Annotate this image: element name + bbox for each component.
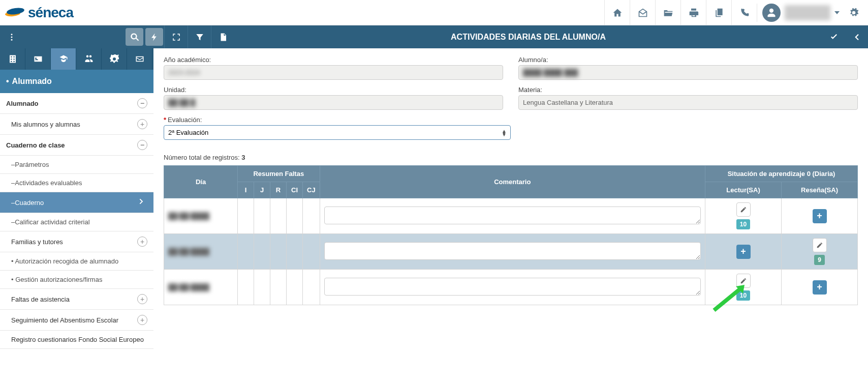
input-materia: Lengua Castellana y Literatura bbox=[518, 95, 858, 110]
sidebar-tab-gears[interactable] bbox=[102, 48, 127, 70]
nav-item-label: –Cuaderno bbox=[11, 199, 44, 207]
score-badge: 9 bbox=[814, 255, 825, 265]
collapse-icon[interactable]: − bbox=[137, 140, 147, 150]
select-evaluacion[interactable]: 2ª Evaluación bbox=[164, 125, 511, 140]
cell-falta bbox=[303, 234, 320, 270]
print-icon[interactable] bbox=[680, 0, 706, 25]
cell-day: ██/██/████ bbox=[164, 198, 238, 234]
nav-item-label: Familias y tutores bbox=[11, 238, 63, 246]
cell-falta bbox=[238, 198, 254, 234]
back-button[interactable] bbox=[845, 25, 868, 48]
user-name bbox=[785, 5, 830, 20]
label-unidad: Unidad: bbox=[164, 86, 503, 94]
search-button[interactable] bbox=[126, 28, 143, 46]
edit-button[interactable] bbox=[813, 238, 827, 252]
accept-button[interactable] bbox=[822, 25, 845, 48]
settings-icon[interactable] bbox=[845, 0, 863, 25]
sidebar-tab-users[interactable] bbox=[76, 48, 102, 70]
nav-item-label: Autorización recogida de alumnado bbox=[15, 257, 118, 265]
copy-icon[interactable] bbox=[706, 0, 731, 25]
fullscreen-icon[interactable] bbox=[165, 25, 188, 48]
expand-icon[interactable]: + bbox=[137, 294, 147, 304]
sidebar: Alumnado Alumnado − Mis alumnos y alumna… bbox=[0, 48, 153, 349]
cell-falta bbox=[254, 198, 270, 234]
nav-faltas[interactable]: Faltas de asistencia + bbox=[0, 289, 153, 310]
add-button[interactable]: + bbox=[813, 209, 827, 223]
comment-input[interactable] bbox=[324, 278, 701, 296]
cell-falta bbox=[303, 198, 320, 234]
th-r: R bbox=[270, 182, 287, 198]
cell-lectur: 10 bbox=[705, 198, 782, 234]
cell-day: ██/██/████ bbox=[164, 234, 238, 270]
table-row: ██/██/████10+ bbox=[164, 198, 858, 234]
cell-comment bbox=[320, 198, 705, 234]
header-icon-bar bbox=[604, 0, 863, 25]
phone-icon[interactable] bbox=[731, 0, 757, 25]
cell-comment bbox=[320, 270, 705, 305]
label-evaluacion: *Evaluación: bbox=[164, 116, 511, 124]
menu-dots-icon[interactable] bbox=[0, 25, 23, 48]
nav-parametros[interactable]: –Parámetros bbox=[0, 156, 153, 174]
pdf-export-icon[interactable] bbox=[211, 25, 234, 48]
sidebar-tab-id-card[interactable] bbox=[25, 48, 51, 70]
edit-button[interactable] bbox=[736, 202, 751, 217]
label-materia: Materia: bbox=[518, 86, 858, 94]
cell-falta bbox=[270, 198, 287, 234]
bolt-button[interactable] bbox=[145, 28, 163, 46]
nav-gestion-autorizaciones[interactable]: • Gestión autorizaciones/firmas bbox=[0, 271, 153, 289]
nav-calificar[interactable]: –Calificar actividad criterial bbox=[0, 213, 153, 231]
th-lectur: Lectur(SA) bbox=[705, 182, 782, 198]
filter-icon[interactable] bbox=[188, 25, 211, 48]
label-alumno: Alumno/a: bbox=[518, 56, 858, 64]
app-logo: séneca bbox=[5, 5, 73, 21]
nav-item-label: Mis alumnos y alumnas bbox=[11, 121, 80, 128]
cell-falta bbox=[254, 270, 270, 305]
cell-falta bbox=[270, 234, 287, 270]
nav-item-label: Gestión autorizaciones/firmas bbox=[15, 276, 102, 283]
th-cj: CJ bbox=[303, 182, 320, 198]
nav-cuaderno-clase[interactable]: Cuaderno de clase − bbox=[0, 135, 153, 156]
comment-input[interactable] bbox=[324, 207, 701, 224]
activities-table: Día Resumen Faltas Comentario Situación … bbox=[164, 165, 858, 305]
sidebar-tab-student[interactable] bbox=[51, 48, 76, 70]
sidebar-tabs bbox=[0, 48, 153, 70]
mail-open-icon[interactable] bbox=[630, 0, 655, 25]
add-button[interactable]: + bbox=[736, 245, 751, 259]
comment-input[interactable] bbox=[324, 242, 701, 260]
input-unidad: ██ ██ █ bbox=[164, 95, 503, 110]
action-toolbar: ACTIVIDADES DIARIAS DEL ALUMNO/A bbox=[0, 25, 868, 48]
cell-lectur: 10 bbox=[705, 270, 782, 305]
svg-point-0 bbox=[11, 34, 12, 35]
folder-open-icon[interactable] bbox=[655, 0, 680, 25]
cell-falta bbox=[287, 234, 303, 270]
chevron-right-icon bbox=[137, 197, 147, 208]
nav-familias[interactable]: Familias y tutores + bbox=[0, 231, 153, 252]
nav-alumnado[interactable]: Alumnado − bbox=[0, 93, 153, 114]
th-i: I bbox=[238, 182, 254, 198]
logo-text: séneca bbox=[28, 5, 73, 21]
expand-icon[interactable]: + bbox=[137, 119, 147, 129]
th-resumen: Resumen Faltas bbox=[238, 166, 320, 182]
nav-actividades-evaluables[interactable]: –Actividades evaluables bbox=[0, 174, 153, 192]
svg-point-2 bbox=[11, 39, 12, 40]
sidebar-tab-envelope[interactable] bbox=[127, 48, 152, 70]
user-box[interactable] bbox=[757, 4, 845, 22]
th-resena: Reseña(SA) bbox=[782, 182, 858, 198]
sidebar-tab-building[interactable] bbox=[0, 48, 25, 70]
nav-mis-alumnos[interactable]: Mis alumnos y alumnas + bbox=[0, 114, 153, 135]
nav-cuaderno[interactable]: –Cuaderno bbox=[0, 192, 153, 213]
nav-registro-cuestionarios[interactable]: Registro cuestionarios Fondo Social Euro… bbox=[0, 331, 153, 349]
th-comentario: Comentario bbox=[320, 166, 705, 198]
nav-item-label: Cuaderno de clase bbox=[6, 141, 65, 149]
edit-button[interactable] bbox=[736, 274, 751, 288]
expand-icon[interactable]: + bbox=[137, 315, 147, 325]
th-situacion: Situación de aprendizaje 0 (Diaria) bbox=[705, 166, 858, 182]
cell-falta bbox=[238, 270, 254, 305]
collapse-icon[interactable]: − bbox=[137, 98, 147, 108]
add-button[interactable]: + bbox=[813, 280, 827, 295]
nav-autorizacion-recogida[interactable]: • Autorización recogida de alumnado bbox=[0, 252, 153, 271]
nav-absentismo[interactable]: Seguimiento del Absentismo Escolar + bbox=[0, 310, 153, 331]
expand-icon[interactable]: + bbox=[137, 237, 147, 247]
table-row: ██/██/████+9 bbox=[164, 234, 858, 270]
home-icon[interactable] bbox=[604, 0, 630, 25]
